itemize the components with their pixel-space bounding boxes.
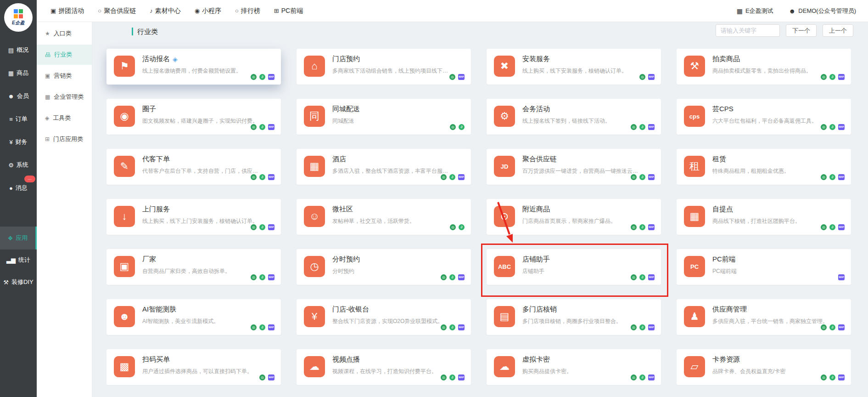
app-card[interactable]: ◉圈子图文视频发帖，搭建兴趣圈子，实现知识付费。◎∂WAP: [106, 99, 281, 135]
sidebar-item-6[interactable]: ●消息…: [0, 176, 37, 199]
category-item-4[interactable]: ◈工具类: [37, 108, 92, 128]
app-card-title-text: 酒店: [332, 155, 346, 164]
mini-program-badge: ◎: [631, 324, 637, 330]
message-chat-icon: ●: [9, 185, 13, 191]
sidebar-item-5[interactable]: ⚙系统: [0, 153, 37, 176]
app-card[interactable]: ▩扫码买单用户通过插件选择商品，可以直接扫码下单。◎WAP: [106, 349, 281, 385]
app-card[interactable]: ABC店铺助手店铺助手◎∂WAP: [487, 249, 661, 285]
mini-program-badge: ◎: [251, 224, 257, 230]
app-card-title: PC前端: [712, 255, 736, 264]
app-card[interactable]: ◷分时预约分时预约◎∂WAP: [297, 249, 471, 285]
category-item-5[interactable]: ⊞门店应用类: [37, 129, 92, 149]
planet-circle-icon: ◉: [114, 106, 135, 127]
app-card[interactable]: ▦酒店多酒店入驻，整合线下酒店资源，丰富平台服…◎∂WAP: [297, 149, 471, 185]
topnav-right-item[interactable]: ☻DEMO(公众号管理员): [789, 7, 856, 15]
wap-badge: WAP: [838, 74, 845, 80]
h5-badge: ∂: [259, 324, 265, 330]
sidebar-item-label: 统计: [18, 256, 30, 264]
mini-program-badge: ◎: [821, 74, 827, 80]
rent-icon: 租: [684, 156, 705, 177]
mini-program-badge: ◎: [251, 174, 257, 180]
topnav-right-item[interactable]: ▦E企盈测试: [737, 7, 773, 15]
app-card[interactable]: 租租赁特殊商品租用，租期租金优惠。◎∂WAP: [677, 149, 851, 185]
h5-badge: ∂: [829, 74, 835, 80]
app-card[interactable]: ▣厂家自营商品厂家归类，高效自动拆单。◎∂WAP: [106, 249, 281, 285]
sidebar-item-3[interactable]: ≡订单: [0, 108, 37, 130]
qr-code-icon: ▩: [114, 356, 135, 377]
app-card[interactable]: ☁视频点播视频课程，在线学习，打造知识付费平台。◎∂WAP: [297, 349, 471, 385]
app-card[interactable]: ▦自提点商品线下核销，打造社区团购平台。◎∂WAP: [677, 199, 851, 235]
category-item-1[interactable]: 品行业类: [37, 45, 92, 65]
mini-program-badge: ◎: [821, 374, 827, 380]
category-sidebar: ★入口类品行业类▣营销类▦企业管理类◈工具类⊞门店应用类: [37, 22, 92, 397]
sidebar-item-1[interactable]: ▦商品: [0, 62, 37, 85]
platform-badges: ◎∂WAP: [631, 224, 655, 230]
category-item-label: 行业类: [54, 51, 72, 59]
category-item-3[interactable]: ▦企业管理类: [37, 87, 92, 107]
prev-button[interactable]: 上一个: [823, 24, 853, 37]
app-card-title-text: 会务活动: [522, 105, 550, 113]
sidebar-bottom-item-0[interactable]: ❖应用: [0, 227, 37, 250]
mini-program-badge: ◎: [251, 74, 257, 80]
app-card[interactable]: ☁虚拟卡密购买商品提供卡密。◎∂WAP: [487, 349, 661, 385]
category-item-2[interactable]: ▣营销类: [37, 66, 92, 86]
app-card-desc: 多商家线下活动组合销售，线上预约项目线下…: [332, 67, 465, 75]
sidebar-bottom-item-2[interactable]: ⚒装修DIY: [0, 271, 37, 294]
wap-badge: WAP: [838, 374, 845, 380]
brand-logo[interactable]: E企盈: [4, 3, 33, 32]
app-card[interactable]: 同同城配送同城配送◎∂: [297, 99, 471, 135]
wap-badge: WAP: [648, 124, 655, 130]
app-card[interactable]: PCPC前端PC端前端WAP: [677, 249, 851, 285]
app-card-title-text: 上门服务: [142, 205, 170, 214]
app-card-title: 芸CPS: [712, 105, 734, 113]
app-card[interactable]: ⌂门店预约多商家线下活动组合销售，线上预约项目线下…◎WAP: [297, 49, 471, 85]
alarm-clock-icon: ◷: [304, 256, 325, 277]
app-card[interactable]: ✖安装服务线上购买，线下安装服务，核销确认订单。◎WAP: [487, 49, 661, 85]
next-button[interactable]: 下一个: [786, 24, 817, 37]
wap-badge: WAP: [458, 324, 465, 330]
app-card[interactable]: ↓上门服务线上购买，线下上门安装服务，核销确认订单。◎∂WAP: [106, 199, 281, 235]
sidebar-item-0[interactable]: ▤概况: [0, 39, 37, 62]
members-icon: ☻: [8, 93, 14, 99]
app-card[interactable]: ▤多门店核销多门店项目核销，商圈多行业项目整合。◎∂WAP: [487, 299, 661, 335]
app-card[interactable]: ♟供应商管理多供应商入驻，平台统一销售，商家独立管理。◎∂WAP: [677, 299, 851, 335]
category-item-0[interactable]: ★入口类: [37, 23, 92, 44]
sidebar-item-2[interactable]: ☻会员: [0, 85, 37, 108]
app-card[interactable]: ☺微社区发帖种草，社交互动，活跃带货。◎∂: [297, 199, 471, 235]
app-card[interactable]: ☻AI智能测肤AI智能测肤，美业引流新模式。◎∂WAP: [106, 299, 281, 335]
system-gear-icon: ⚙: [8, 162, 14, 168]
app-card-title-text: 芸CPS: [712, 105, 734, 113]
topnav-item[interactable]: ⊞PC前端: [274, 7, 303, 15]
app-card[interactable]: ▱卡券资源品牌卡券、会员权益直充/卡密◎∂WAP: [677, 349, 851, 385]
h5-badge: ∂: [449, 274, 455, 280]
wap-badge: WAP: [458, 274, 465, 280]
app-card[interactable]: cps芸CPS六大平台红包福利，平台必备高返佣工具。◎∂WAP: [677, 99, 851, 135]
search-input[interactable]: [716, 24, 780, 37]
app-card[interactable]: JD聚合供应链百万货源供应一键进货，自营商品一键推送云…◎∂WAP: [487, 149, 661, 185]
sitemap-icon: 品: [45, 52, 50, 57]
topnav-item[interactable]: ○排行榜: [235, 7, 260, 15]
platform-badges: ◎∂WAP: [821, 224, 845, 230]
sidebar-item-label: 商品: [17, 69, 28, 77]
platform-badges: ◎∂WAP: [441, 174, 465, 180]
platform-badges: ◎∂WAP: [251, 74, 274, 80]
app-card-title: 上门服务: [142, 205, 170, 214]
sidebar-bottom-item-1[interactable]: ▃▆统计: [0, 249, 37, 272]
topnav-item[interactable]: ○聚合供应链: [98, 7, 136, 15]
sidebar-item-4[interactable]: ¥财务: [0, 130, 37, 153]
ranking-circle-icon: ○: [235, 8, 239, 14]
app-card-title: AI智能测肤: [142, 305, 176, 314]
cloud-card-icon: ☁: [494, 356, 515, 377]
topnav-item[interactable]: ♪素材中心: [150, 7, 181, 15]
app-card[interactable]: ¥门店-收银台整合线下门店资源，实现O2O异业联盟模式。◎∂WAP: [297, 299, 471, 335]
mini-program-badge: ◎: [821, 124, 827, 130]
topnav-item[interactable]: ◉小程序: [195, 7, 221, 15]
app-card[interactable]: ⚑活动报名◈线上报名缴纳费用，付费金额营销设置。◎∂WAP: [106, 49, 281, 85]
topnav-item[interactable]: ▣拼团活动: [50, 7, 84, 15]
inbox-down-icon: ↓: [114, 206, 135, 227]
app-card[interactable]: ✎代客下单代替客户在后台下单，支持自营，门店，供应…◎∂WAP: [106, 149, 281, 185]
app-card[interactable]: ⊙附近商品门店商品首页展示，帮商家推广爆品。◎∂WAP: [487, 199, 661, 235]
app-card[interactable]: ⚒拍卖商品商品拍卖模式新零售，竞拍出价得商品。◎∂WAP: [677, 49, 851, 85]
app-card[interactable]: ⚙会务活动线上报名线下签到，链接线下活动。◎∂WAP: [487, 99, 661, 135]
platform-badges: ◎∂WAP: [251, 174, 274, 180]
